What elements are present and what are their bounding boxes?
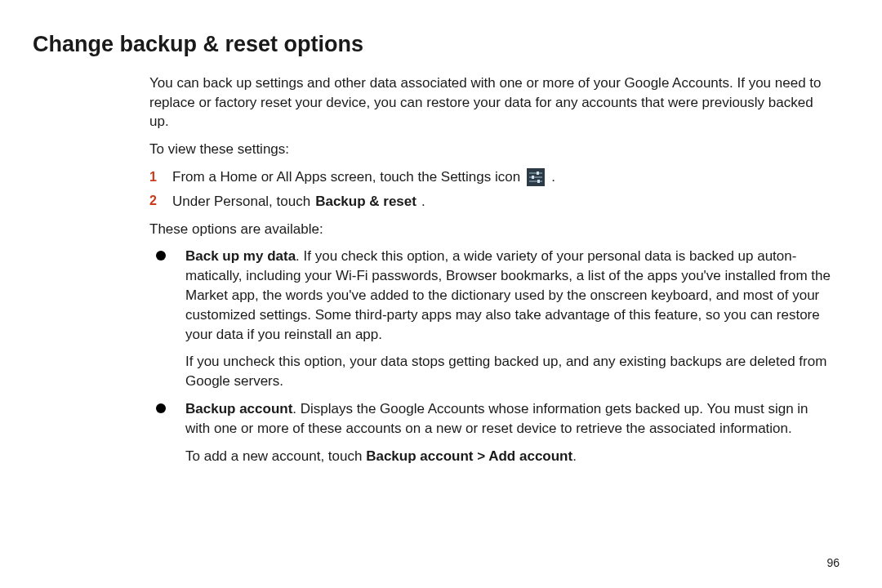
svg-rect-5 — [532, 176, 534, 179]
options-header: These options are available: — [149, 220, 833, 239]
step-1-pre: From a Home or All Apps screen, touch th… — [172, 167, 520, 187]
step-1-post: . — [551, 167, 555, 187]
step-number-2: 2 — [149, 192, 172, 210]
step-number-1: 1 — [149, 168, 172, 186]
bullet-2-p2: To add a new account, touch Backup accou… — [185, 447, 833, 466]
step-2-pre: Under Personal, touch — [172, 192, 310, 212]
bullet-2-text2-bold: Backup account > Add account — [366, 448, 572, 464]
instructions-header: To view these settings: — [149, 140, 833, 159]
bullet-2-text2-pre: To add a new account, touch — [185, 448, 366, 464]
bullet-1-lead: Back up my data — [185, 248, 296, 264]
step-2-bold: Backup & reset — [315, 192, 416, 212]
bullet-2-text2-post: . — [572, 448, 577, 464]
bullet-2-lead: Backup account — [185, 401, 292, 416]
page-title: Change backup & reset options — [33, 29, 841, 60]
svg-rect-6 — [537, 180, 540, 183]
step-2-text: Under Personal, touch Backup & reset. — [172, 192, 425, 212]
bullet-backup-account: Backup account. Displays the Google Acco… — [149, 399, 833, 466]
intro-paragraph: You can back up settings and other data … — [149, 74, 833, 131]
bullet-1-p1: Back up my data. If you check this optio… — [185, 247, 833, 344]
step-1-text: From a Home or All Apps screen, touch th… — [172, 167, 555, 187]
page-number: 96 — [826, 555, 840, 572]
document-page: Change backup & reset options You can ba… — [0, 0, 882, 588]
bullet-1-p2: If you uncheck this option, your data st… — [185, 352, 833, 391]
step-1: 1 From a Home or All Apps screen, touch … — [149, 167, 833, 187]
options-list: Back up my data. If you check this optio… — [149, 247, 833, 466]
step-2: 2 Under Personal, touch Backup & reset. — [149, 192, 833, 212]
body-content: You can back up settings and other data … — [149, 74, 833, 466]
settings-icon — [527, 168, 545, 186]
bullet-2-p1: Backup account. Displays the Google Acco… — [185, 399, 833, 439]
step-2-post: . — [421, 192, 425, 212]
bullet-backup-my-data: Back up my data. If you check this optio… — [149, 247, 833, 391]
svg-rect-4 — [537, 172, 539, 175]
